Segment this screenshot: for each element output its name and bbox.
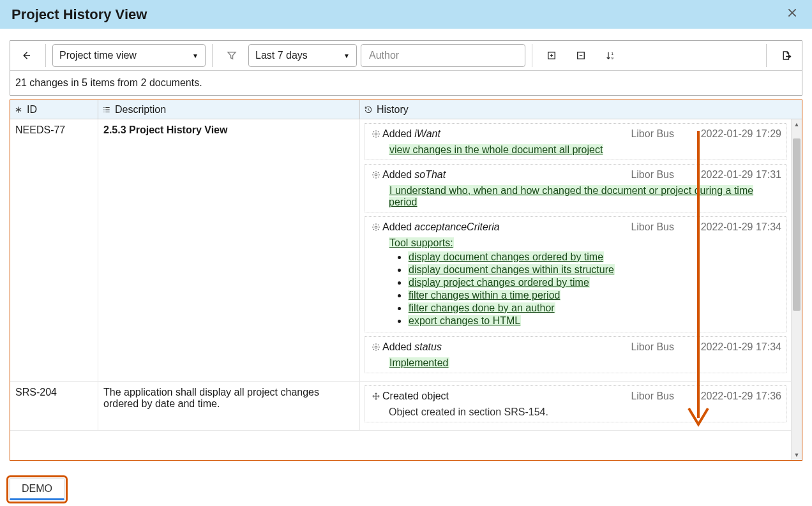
chevron-down-icon: ▼ bbox=[192, 52, 199, 59]
export-button[interactable] bbox=[773, 44, 799, 67]
gear-icon bbox=[370, 130, 382, 138]
history-entry: AddedacceptanceCriteriaLibor Bus2022-01-… bbox=[364, 216, 787, 332]
history-date: 2022-01-29 17:34 bbox=[686, 341, 781, 353]
gear-icon bbox=[370, 343, 382, 352]
history-action: Added bbox=[382, 221, 412, 233]
demo-tab[interactable]: DEMO bbox=[10, 479, 64, 500]
divider bbox=[212, 44, 213, 67]
cell-id: SRS-204 bbox=[10, 382, 98, 430]
added-text: export changes to HTML bbox=[408, 315, 521, 326]
footer-tab-highlight: DEMO bbox=[6, 475, 68, 503]
period-select[interactable]: Last 7 days ▼ bbox=[248, 44, 357, 67]
history-body: view changes in the whole document all p… bbox=[370, 143, 781, 156]
svg-text:9: 9 bbox=[612, 56, 614, 60]
list-item: filter changes within a time period bbox=[408, 290, 781, 301]
added-text: I understand who, when and how changed t… bbox=[389, 185, 753, 207]
added-text: view changes in the whole document all p… bbox=[389, 144, 603, 155]
svg-point-4 bbox=[375, 133, 377, 135]
cell-description: 2.5.3 Project History View bbox=[98, 119, 360, 381]
gear-icon bbox=[370, 223, 382, 232]
expand-all-button[interactable] bbox=[539, 44, 564, 67]
added-text: display project changes ordered by time bbox=[408, 277, 590, 288]
svg-text:1: 1 bbox=[612, 52, 614, 56]
table-row: NEEDS-772.5.3 Project History ViewAddedi… bbox=[10, 119, 791, 382]
svg-point-7 bbox=[375, 346, 377, 348]
list-item: display document changes ordered by time bbox=[408, 251, 781, 263]
scroll-up-icon[interactable]: ▲ bbox=[792, 119, 802, 130]
move-icon bbox=[370, 392, 382, 401]
added-text: display document changes within its stru… bbox=[408, 264, 615, 275]
history-action: Added bbox=[382, 128, 412, 140]
added-text: display document changes ordered by time bbox=[408, 251, 604, 262]
history-entry: AddedstatusLibor Bus2022-01-29 17:34Impl… bbox=[364, 336, 787, 373]
vertical-scrollbar[interactable]: ▲ ▼ bbox=[791, 119, 802, 460]
asterisk-icon bbox=[14, 105, 23, 114]
history-body: Tool supports:display document changes o… bbox=[370, 236, 781, 327]
added-text: Tool supports: bbox=[389, 237, 454, 248]
table-body: NEEDS-772.5.3 Project History ViewAddedi… bbox=[10, 119, 791, 460]
history-author: Libor Bus bbox=[631, 169, 686, 181]
history-author: Libor Bus bbox=[631, 221, 686, 233]
list-item: filter changes done by an author bbox=[408, 302, 781, 314]
chevron-down-icon: ▼ bbox=[343, 52, 350, 59]
author-input[interactable] bbox=[361, 44, 525, 67]
svg-point-5 bbox=[375, 174, 377, 176]
history-date: 2022-01-29 17:34 bbox=[686, 221, 781, 233]
history-author: Libor Bus bbox=[631, 341, 686, 353]
view-select[interactable]: Project time view ▼ bbox=[52, 44, 206, 67]
back-button[interactable] bbox=[13, 44, 39, 67]
added-text: Implemented bbox=[389, 357, 449, 368]
page-title: Project History View bbox=[11, 6, 147, 23]
history-author: Libor Bus bbox=[631, 391, 686, 402]
sort-button[interactable]: 1 9 bbox=[598, 44, 623, 67]
summary-text: 21 changes in 5 items from 2 documents. bbox=[10, 70, 802, 95]
history-entry: Created objectLibor Bus2022-01-29 17:36O… bbox=[364, 385, 787, 422]
collapse-all-button[interactable] bbox=[568, 44, 594, 67]
scroll-down-icon[interactable]: ▼ bbox=[792, 450, 802, 460]
history-action: Added bbox=[382, 169, 412, 181]
toolbar: Project time view ▼ Last 7 days ▼ 1 9 bbox=[10, 40, 802, 96]
titlebar: Project History View bbox=[0, 0, 812, 29]
table-row: SRS-204The application shall display all… bbox=[10, 382, 791, 431]
history-icon bbox=[364, 105, 373, 114]
history-field: soThat bbox=[414, 169, 446, 181]
history-body: Implemented bbox=[370, 356, 781, 369]
cell-description: The application shall display all projec… bbox=[98, 382, 360, 430]
divider bbox=[532, 44, 532, 67]
list-item: export changes to HTML bbox=[408, 315, 781, 327]
history-body: Object created in section SRS-154. bbox=[370, 405, 781, 418]
table-header: ID Description History bbox=[10, 100, 802, 119]
list-icon bbox=[102, 105, 111, 114]
history-field: acceptanceCriteria bbox=[414, 221, 499, 233]
history-body: I understand who, when and how changed t… bbox=[370, 184, 781, 208]
scroll-thumb[interactable] bbox=[793, 138, 801, 311]
history-action: Created object bbox=[382, 391, 449, 402]
divider bbox=[766, 44, 767, 67]
history-entry: AddediWantLibor Bus2022-01-29 17:29view … bbox=[364, 123, 787, 160]
svg-point-6 bbox=[375, 226, 377, 228]
history-author: Libor Bus bbox=[631, 128, 686, 140]
col-description[interactable]: Description bbox=[98, 100, 360, 119]
filter-icon[interactable] bbox=[219, 44, 244, 67]
period-select-value: Last 7 days bbox=[255, 50, 308, 61]
cell-id: NEEDS-77 bbox=[10, 119, 98, 381]
author-input-field[interactable] bbox=[368, 49, 518, 62]
added-text: filter changes done by an author bbox=[408, 302, 555, 313]
history-date: 2022-01-29 17:31 bbox=[686, 169, 781, 181]
close-icon[interactable] bbox=[784, 4, 801, 24]
history-field: iWant bbox=[414, 128, 440, 140]
history-entry: AddedsoThatLibor Bus2022-01-29 17:31I un… bbox=[364, 164, 787, 212]
gear-icon bbox=[370, 170, 382, 179]
cell-history: AddediWantLibor Bus2022-01-29 17:29view … bbox=[360, 119, 791, 381]
col-id[interactable]: ID bbox=[10, 100, 98, 119]
divider bbox=[45, 44, 46, 67]
history-date: 2022-01-29 17:29 bbox=[686, 128, 781, 140]
list-item: display document changes within its stru… bbox=[408, 264, 781, 276]
history-field: status bbox=[414, 341, 442, 353]
list-item: display project changes ordered by time bbox=[408, 277, 781, 288]
history-date: 2022-01-29 17:36 bbox=[686, 391, 781, 402]
added-text: filter changes within a time period bbox=[408, 290, 560, 301]
history-text: Object created in section SRS-154. bbox=[389, 406, 548, 417]
col-history[interactable]: History bbox=[360, 100, 802, 119]
added-list: display document changes ordered by time… bbox=[391, 251, 781, 327]
